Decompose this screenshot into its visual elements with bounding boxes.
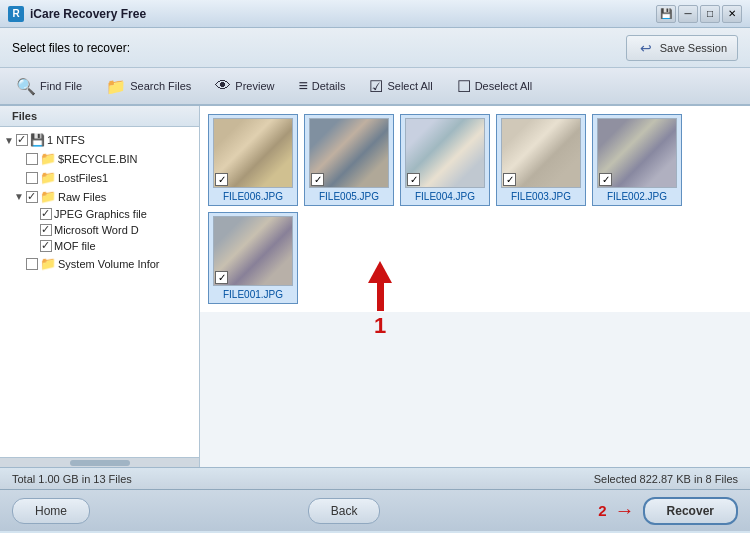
tree-item-rawfiles[interactable]: ▼ 📁 Raw Files (0, 187, 199, 206)
expand-icon: ▼ (4, 135, 14, 146)
file-checkbox-1[interactable]: ✓ (311, 173, 324, 186)
restore-button[interactable]: □ (700, 5, 720, 23)
main-area: Select files to recover: ↩ Save Session … (0, 28, 750, 531)
save-session-label: Save Session (660, 42, 727, 54)
preview-icon: 👁 (215, 77, 231, 95)
select-all-button[interactable]: ☑ Select All (361, 74, 440, 99)
file-checkbox-5[interactable]: ✓ (215, 271, 228, 284)
app-icon: R (8, 6, 24, 22)
file-name-3: FILE003.JPG (511, 191, 571, 202)
find-file-icon: 🔍 (16, 77, 36, 96)
file-item-1[interactable]: ✓FILE005.JPG (304, 114, 394, 206)
tree-item-lostfiles[interactable]: 📁 LostFiles1 (0, 168, 199, 187)
app-title: iCare Recovery Free (30, 7, 146, 21)
select-all-icon: ☑ (369, 77, 383, 96)
minimize-button[interactable]: ─ (678, 5, 698, 23)
file-checkbox-4[interactable]: ✓ (599, 173, 612, 186)
preview-button[interactable]: 👁 Preview (207, 74, 282, 98)
file-item-0[interactable]: ✓FILE006.JPG (208, 114, 298, 206)
thumb-wrapper-3: ✓ (501, 118, 581, 188)
save-session-icon: ↩ (637, 40, 655, 56)
save-icon-btn[interactable]: 💾 (656, 5, 676, 23)
tree-item-recycle[interactable]: 📁 $RECYCLE.BIN (0, 149, 199, 168)
tree-item-jpeg[interactable]: JPEG Graphics file (0, 206, 199, 222)
details-button[interactable]: ≡ Details (290, 74, 353, 98)
file-name-0: FILE006.JPG (223, 191, 283, 202)
file-item-4[interactable]: ✓FILE002.JPG (592, 114, 682, 206)
checkbox-word[interactable] (40, 224, 52, 236)
save-session-button[interactable]: ↩ Save Session (626, 35, 738, 61)
folder-icon: 📁 (40, 256, 56, 271)
folder-icon: 📁 (40, 151, 56, 166)
file-checkbox-2[interactable]: ✓ (407, 173, 420, 186)
recover-arrow-icon: → (615, 499, 635, 522)
file-name-5: FILE001.JPG (223, 289, 283, 300)
folder-icon: 📁 (40, 170, 56, 185)
thumb-wrapper-1: ✓ (309, 118, 389, 188)
checkbox-recycle[interactable] (26, 153, 38, 165)
file-item-2[interactable]: ✓FILE004.JPG (400, 114, 490, 206)
file-tree-panel: Files ▼ 💾 1 NTFS 📁 $RECYCLE.BIN (0, 106, 200, 467)
content-area: Files ▼ 💾 1 NTFS 📁 $RECYCLE.BIN (0, 106, 750, 467)
file-name-1: FILE005.JPG (319, 191, 379, 202)
deselect-all-icon: ☐ (457, 77, 471, 96)
header: Select files to recover: ↩ Save Session (0, 28, 750, 68)
search-files-icon: 📁 (106, 77, 126, 96)
file-grid-panel: ✓FILE006.JPG✓FILE005.JPG✓FILE004.JPG✓FIL… (200, 106, 750, 312)
back-button[interactable]: Back (308, 498, 381, 524)
file-name-2: FILE004.JPG (415, 191, 475, 202)
deselect-all-button[interactable]: ☐ Deselect All (449, 74, 540, 99)
checkbox-jpeg[interactable] (40, 208, 52, 220)
details-icon: ≡ (298, 77, 307, 95)
status-left: Total 1.00 GB in 13 Files (12, 473, 132, 485)
checkbox-lostfiles[interactable] (26, 172, 38, 184)
checkbox-ntfs[interactable] (16, 134, 28, 146)
tree-item-sysvolume[interactable]: 📁 System Volume Infor (0, 254, 199, 273)
titlebar: R iCare Recovery Free 💾 ─ □ ✕ (0, 0, 750, 28)
annotation-number: 1 (374, 313, 386, 339)
toolbar: 🔍 Find File 📁 Search Files 👁 Preview ≡ D… (0, 68, 750, 106)
thumb-wrapper-2: ✓ (405, 118, 485, 188)
thumb-wrapper-0: ✓ (213, 118, 293, 188)
home-button[interactable]: Home (12, 498, 90, 524)
header-title: Select files to recover: (12, 41, 130, 55)
file-name-4: FILE002.JPG (607, 191, 667, 202)
tree-body: ▼ 💾 1 NTFS 📁 $RECYCLE.BIN 📁 LostFiles1 (0, 127, 199, 457)
file-checkbox-0[interactable]: ✓ (215, 173, 228, 186)
tree-scrollbar[interactable] (0, 457, 199, 467)
files-tab[interactable]: Files (0, 106, 199, 127)
close-button[interactable]: ✕ (722, 5, 742, 23)
window-controls: 💾 ─ □ ✕ (656, 5, 742, 23)
tree-item-mof[interactable]: MOF file (0, 238, 199, 254)
recover-annotation-num: 2 (598, 502, 606, 519)
file-checkbox-3[interactable]: ✓ (503, 173, 516, 186)
status-right: Selected 822.87 KB in 8 Files (594, 473, 738, 485)
checkbox-mof[interactable] (40, 240, 52, 252)
tree-item-ntfs[interactable]: ▼ 💾 1 NTFS (0, 131, 199, 149)
recover-section: 2 → Recover (598, 497, 738, 525)
expand-icon: ▼ (14, 191, 24, 202)
file-grid: ✓FILE006.JPG✓FILE005.JPG✓FILE004.JPG✓FIL… (208, 114, 742, 304)
folder-icon: 📁 (40, 189, 56, 204)
grid-wrapper: ✓FILE006.JPG✓FILE005.JPG✓FILE004.JPG✓FIL… (200, 106, 750, 467)
checkbox-rawfiles[interactable] (26, 191, 38, 203)
checkbox-sysvolume[interactable] (26, 258, 38, 270)
find-file-button[interactable]: 🔍 Find File (8, 74, 90, 99)
thumb-wrapper-4: ✓ (597, 118, 677, 188)
file-item-3[interactable]: ✓FILE003.JPG (496, 114, 586, 206)
drive-icon: 💾 (30, 133, 45, 147)
search-files-button[interactable]: 📁 Search Files (98, 74, 199, 99)
tree-item-word[interactable]: Microsoft Word D (0, 222, 199, 238)
thumb-wrapper-5: ✓ (213, 216, 293, 286)
recover-button[interactable]: Recover (643, 497, 738, 525)
bottom-bar: Home Back 2 → Recover (0, 489, 750, 531)
status-bar: Total 1.00 GB in 13 Files Selected 822.8… (0, 467, 750, 489)
file-item-5[interactable]: ✓FILE001.JPG (208, 212, 298, 304)
